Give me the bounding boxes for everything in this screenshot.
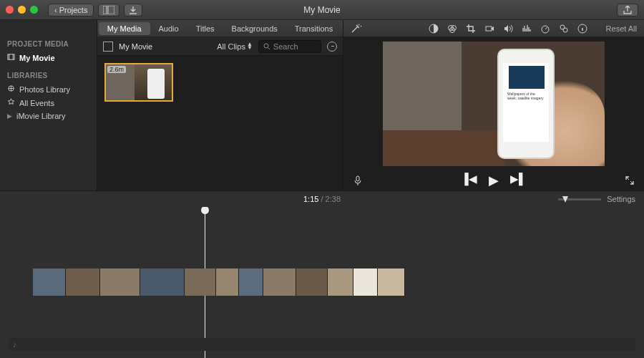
- zoom-controls: Settings: [558, 195, 635, 203]
- video-track[interactable]: [33, 268, 405, 300]
- upper-panel: PROJECT MEDIA My Movie LIBRARIES Photos …: [0, 20, 644, 190]
- microphone-icon[interactable]: [353, 175, 362, 185]
- svg-rect-9: [486, 26, 492, 31]
- chevron-right-icon: ▶: [7, 112, 12, 120]
- svg-rect-14: [356, 176, 359, 181]
- star-icon: [7, 98, 15, 107]
- traffic-lights: [6, 6, 38, 14]
- timeline-clip[interactable]: [185, 268, 216, 296]
- minimize-window-button[interactable]: [18, 6, 26, 14]
- music-icon: ♪: [13, 340, 17, 349]
- timeline-clip[interactable]: [140, 268, 185, 296]
- clip-thumbnail[interactable]: 2.6m: [104, 63, 173, 102]
- tab-my-media[interactable]: My Media: [99, 22, 150, 35]
- tab-titles[interactable]: Titles: [187, 22, 223, 35]
- media-import-button[interactable]: [98, 4, 119, 16]
- timeline-header: 1:15 / 2:38 Settings: [0, 191, 644, 207]
- skimmer-duration-button[interactable]: [327, 42, 337, 52]
- clips-filter-label: All Clips: [217, 42, 245, 51]
- zoom-slider[interactable]: [558, 198, 601, 200]
- sidebar-item-all-events[interactable]: All Events: [0, 96, 97, 110]
- timeline-clip[interactable]: [100, 268, 140, 296]
- timeline-clip[interactable]: [239, 268, 263, 296]
- timeline-clip[interactable]: [263, 268, 296, 296]
- svg-point-12: [563, 28, 567, 32]
- share-icon: [623, 6, 632, 14]
- speed-icon[interactable]: [540, 24, 550, 34]
- preview-frame[interactable]: Wallpapers of the week: satellite imager…: [383, 42, 605, 166]
- play-button[interactable]: ▶: [489, 173, 499, 188]
- search-input[interactable]: Search: [258, 40, 321, 53]
- prev-frame-button[interactable]: ▐◀: [461, 173, 477, 188]
- timeline-panel: 1:15 / 2:38 Settings ♪: [0, 190, 644, 358]
- transport-controls: ▐◀ ▶ ▶▌: [343, 170, 644, 190]
- chevron-left-icon: ‹: [54, 6, 57, 14]
- sidebar-item-label: Photos Library: [19, 85, 70, 94]
- close-window-button[interactable]: [6, 6, 14, 14]
- clip-duration-badge: 2.6m: [107, 66, 126, 73]
- import-button[interactable]: [124, 4, 142, 16]
- media-tabs: My Media Audio Titles Backgrounds Transi…: [97, 20, 343, 37]
- volume-icon[interactable]: [503, 24, 513, 34]
- sidebar-project-label: My Movie: [19, 54, 55, 62]
- timeline-clip[interactable]: [296, 268, 328, 296]
- timeline-clip[interactable]: [328, 268, 353, 296]
- next-frame-button[interactable]: ▶▌: [510, 173, 527, 188]
- window-title: My Movie: [303, 5, 340, 15]
- svg-rect-0: [103, 6, 107, 14]
- clip-filter-icon[interactable]: [559, 24, 569, 34]
- noise-reduction-icon[interactable]: [522, 24, 532, 34]
- sidebar: PROJECT MEDIA My Movie LIBRARIES Photos …: [0, 20, 97, 190]
- event-name: My Movie: [119, 42, 152, 51]
- color-balance-icon[interactable]: [429, 24, 439, 34]
- enhance-icon[interactable]: [351, 24, 364, 34]
- media-browser: My Media Audio Titles Backgrounds Transi…: [97, 20, 343, 190]
- stabilization-icon[interactable]: [484, 24, 494, 34]
- sidebar-item-imovie-library[interactable]: ▶ iMovie Library: [0, 110, 97, 122]
- preview-area: Wallpapers of the week: satellite imager…: [343, 37, 644, 170]
- sidebar-item-photos[interactable]: Photos Library: [0, 82, 97, 96]
- clips-filter-dropdown[interactable]: All Clips ▲▼: [217, 42, 253, 51]
- back-to-projects-button[interactable]: ‹ Projects: [48, 4, 94, 16]
- tab-audio[interactable]: Audio: [150, 22, 187, 35]
- crop-icon[interactable]: [466, 24, 476, 34]
- download-icon: [129, 6, 137, 14]
- svg-point-4: [264, 44, 268, 48]
- sidebar-header-project-media: PROJECT MEDIA: [0, 37, 97, 51]
- info-icon[interactable]: [577, 24, 587, 34]
- sidebar-item-label: All Events: [19, 99, 54, 107]
- tab-transitions[interactable]: Transitions: [286, 22, 341, 35]
- clips-grid[interactable]: 2.6m: [97, 56, 343, 190]
- adjustment-icons: [429, 24, 587, 34]
- color-correction-icon[interactable]: [447, 24, 457, 34]
- timeline-clip[interactable]: [378, 268, 405, 296]
- search-icon: [263, 43, 270, 50]
- browser-toolbar: My Movie All Clips ▲▼ Search: [97, 37, 343, 56]
- fullscreen-button[interactable]: [625, 176, 634, 185]
- layout-icon: [103, 6, 114, 14]
- back-label: Projects: [59, 6, 88, 14]
- svg-rect-1: [108, 6, 114, 14]
- photos-icon: [7, 84, 15, 94]
- list-view-toggle[interactable]: [103, 42, 113, 52]
- sidebar-item-label: iMovie Library: [16, 112, 65, 120]
- reset-all-button[interactable]: Reset All: [606, 24, 637, 33]
- timeline-area[interactable]: ♪: [0, 207, 644, 358]
- music-track[interactable]: ♪: [9, 338, 635, 351]
- share-button[interactable]: [617, 4, 638, 16]
- updown-icon: ▲▼: [247, 43, 253, 50]
- sidebar-item-project[interactable]: My Movie: [0, 51, 97, 64]
- timeline-clip[interactable]: [66, 268, 100, 296]
- timeline-settings-button[interactable]: Settings: [607, 195, 635, 203]
- timeline-clip[interactable]: [33, 268, 66, 296]
- film-icon: [7, 53, 15, 62]
- viewer-toolbar: Reset All: [343, 20, 644, 37]
- preview-content-text: Wallpapers of the week: satellite imager…: [507, 92, 545, 100]
- tab-backgrounds[interactable]: Backgrounds: [223, 22, 286, 35]
- timeline-clip[interactable]: [353, 268, 378, 296]
- maximize-window-button[interactable]: [30, 6, 38, 14]
- playhead-time: 1:15 / 2:38: [303, 195, 341, 203]
- timeline-clip[interactable]: [216, 268, 239, 296]
- current-time: 1:15: [303, 195, 318, 203]
- total-time: 2:38: [326, 195, 341, 203]
